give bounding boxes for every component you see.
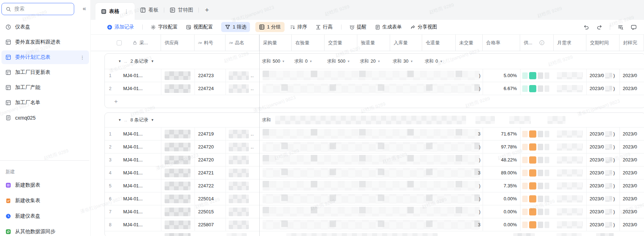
search-in-view-button[interactable]	[617, 24, 623, 30]
group-record-count[interactable]: 2 条记录▼	[130, 58, 154, 64]
sidebar-item-dashboard[interactable]: 仪表盘	[1, 20, 89, 34]
table-row[interactable]: 3MJ4-01... 224720 ) 48.22% 2023/0) 2023/…	[105, 153, 644, 166]
tab-kanban-view[interactable]: 看板	[135, 0, 164, 20]
sidebar-collapse-button[interactable]: «	[83, 5, 86, 12]
create-dashboard-button[interactable]: 新建仪表盘	[1, 209, 89, 223]
group-button[interactable]: 1 分组	[255, 22, 284, 32]
sidebar-item-table-2-active[interactable]: 委外计划汇总表 ⋮	[1, 50, 89, 64]
cell-supply-tag[interactable]	[520, 141, 554, 153]
field-config-button[interactable]: 字段配置	[151, 24, 178, 30]
sync-datasource-button[interactable]: 从其他数据源同步	[1, 224, 89, 236]
column-header-monthly-demand[interactable]: 月需求	[554, 35, 586, 51]
redacted-block	[165, 156, 191, 164]
sum-rejected[interactable]: 求和20▼	[359, 58, 392, 64]
column-header-supply[interactable]: 供...i	[520, 35, 554, 51]
cell-supply-tag[interactable]	[520, 179, 554, 192]
undo-button[interactable]	[583, 24, 589, 30]
redacted-band: )	[260, 205, 483, 218]
table-row[interactable]: 8MJ4-01... 225807 3 0.00% 2023/0) 2023/0	[105, 218, 644, 231]
cell-supply-tag[interactable]	[520, 166, 554, 179]
add-row-button[interactable]: +	[105, 95, 644, 108]
column-header-part-no[interactable]: A≡料号	[194, 35, 225, 51]
cell-supply-tag[interactable]	[520, 82, 554, 95]
frozen-column-divider[interactable]	[259, 35, 260, 236]
tab-gantt-view[interactable]: 甘特图	[164, 0, 198, 20]
table-icon	[5, 70, 11, 75]
group-collapse-icon[interactable]: ▼	[118, 59, 121, 63]
sidebar-item-table-5[interactable]: 加工厂名单	[1, 96, 89, 110]
sum-inbound[interactable]: 求和30▼	[392, 58, 424, 64]
tab-more-icon[interactable]: ⋮	[124, 9, 129, 14]
table-row[interactable]: 1MJ4-01... 224719 .. 3 71.67% 2023/0) 20…	[105, 127, 644, 140]
info-icon[interactable]: i	[540, 40, 544, 45]
column-header-inspecting-qty[interactable]: 在验量	[292, 35, 325, 51]
redacted-block	[229, 84, 249, 93]
table-row[interactable]: 7MJ4-01... 225015 ) 0.00% 2023/0) 2023/0	[105, 205, 644, 218]
share-view-button[interactable]: 分享视图	[410, 24, 437, 30]
group-drag-handle[interactable]: ‥	[124, 117, 128, 123]
group-record-count[interactable]: 8 条记录▼	[130, 117, 154, 123]
table-row[interactable]: 2MJ4-01... 224720 .. ) 97.78% 2023/0) 20…	[105, 140, 644, 153]
cell-supply-tag[interactable]	[520, 153, 554, 166]
sidebar-item-table-1[interactable]: 委外直发面料跟进表	[1, 35, 89, 49]
remind-button[interactable]: 提醒	[349, 24, 367, 30]
redacted-block	[605, 131, 612, 137]
column-header-supplier[interactable]: 供应商	[161, 35, 194, 51]
cell-supply-tag[interactable]	[520, 205, 554, 218]
cell-due-date: 2023/0	[590, 86, 604, 91]
column-header-seal-sample[interactable]: 封样完	[620, 35, 644, 51]
column-header-delivery-qty[interactable]: 交货量	[325, 35, 357, 51]
column-header-purchase-qty[interactable]: 采购量	[259, 35, 292, 51]
column-header-due-date[interactable]: 交期时间	[586, 35, 620, 51]
comment-button[interactable]	[631, 24, 637, 30]
toolbar-separator	[610, 25, 610, 30]
cell-supply-tag[interactable]	[520, 192, 554, 205]
table-row[interactable]: 5MJ4-01... 224722 ) 7.35% 2023/0) 2023/0	[105, 179, 644, 192]
sidebar-item-table-3[interactable]: 加工厂日更新表	[1, 66, 89, 79]
cell-supply-tag[interactable]	[520, 69, 554, 82]
column-header-pass-rate[interactable]: 合格率	[483, 35, 520, 51]
sort-button[interactable]: 排序	[290, 24, 307, 30]
sidebar-item-table-4[interactable]: 加工厂产能	[1, 81, 89, 94]
create-datatable-button[interactable]: 新建数据表	[1, 178, 89, 192]
group-collapse-icon[interactable]: ▼	[118, 118, 121, 122]
table-row[interactable]: 2MJ4-01... 224724 .. ) 6.67% 2023/0) 202…	[105, 82, 644, 95]
column-header-inbound-qty[interactable]: 入库量	[390, 35, 422, 51]
column-header-part-name[interactable]: A≡品名	[225, 35, 259, 51]
option-chip	[529, 221, 536, 228]
redacted-block	[538, 131, 543, 137]
column-header-rejected-qty[interactable]: 验退量	[357, 35, 390, 51]
redacted-block	[522, 144, 528, 150]
add-record-button[interactable]: 添加记录	[107, 24, 134, 30]
column-header-returned-qty[interactable]: 仓退量	[422, 35, 456, 51]
group-drag-handle[interactable]: ‥	[124, 59, 128, 64]
sum-purchase[interactable]: 求和500▼	[261, 58, 293, 64]
view-config-button[interactable]: 视图配置	[186, 24, 213, 30]
create-collect-form-button[interactable]: 新建收集表	[1, 193, 89, 208]
select-all-checkbox[interactable]	[117, 40, 122, 45]
filter-button[interactable]: 1 筛选	[221, 22, 250, 32]
search-input[interactable]: 搜索	[1, 3, 74, 15]
redo-button[interactable]	[596, 24, 603, 30]
sum-returned[interactable]: 求和0▼	[424, 58, 457, 64]
table-row[interactable]: 1MJ4-01... 224723 .. ) 5.00% 2023/0) 202…	[105, 69, 644, 82]
main-panel: 表格 ⋮ 看板 甘特图 + 添加记录 字段配置 视图配置 1	[91, 0, 644, 236]
column-header-undelivered-qty[interactable]: 未交量	[456, 35, 483, 51]
sum-inspecting[interactable]: 求和0▼	[293, 58, 326, 64]
redacted-block	[545, 144, 549, 150]
sidebar-item-form[interactable]: cxmq025	[1, 111, 89, 125]
column-header-primary[interactable]: 采...	[104, 35, 161, 51]
row-height-button[interactable]: 行高	[316, 24, 333, 30]
table-row[interactable]: 6MJ4-01... 225014 ) 0.00% 2023/0) 2023/0	[105, 192, 644, 205]
sum-delivery[interactable]: 求和500▼	[326, 58, 359, 64]
tab-grid-view[interactable]: 表格 ⋮	[95, 3, 135, 20]
more-icon[interactable]: ⋮	[80, 55, 85, 60]
add-view-button[interactable]: +	[199, 6, 215, 14]
table-row[interactable]: 4MJ4-01... 224721 3 89.00% 2023/0) 2023/…	[105, 166, 644, 179]
cell-supply-tag[interactable]	[520, 218, 554, 231]
cell-fragment: )	[613, 144, 615, 150]
option-chip	[529, 85, 536, 92]
cell-supply-tag[interactable]	[520, 128, 554, 140]
column-label: 仓退量	[426, 40, 440, 46]
generate-form-button[interactable]: 生成表单	[375, 24, 402, 30]
